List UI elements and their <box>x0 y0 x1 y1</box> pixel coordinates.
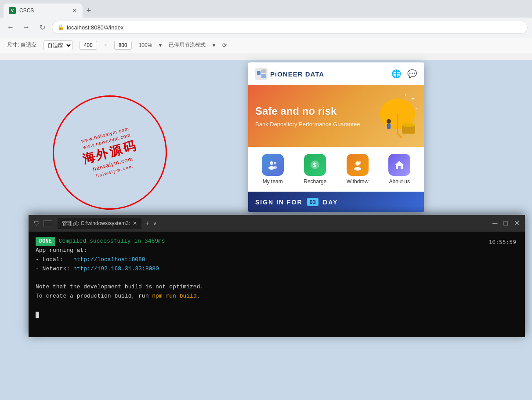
rotate-icon[interactable]: ⟳ <box>222 42 227 48</box>
address-bar[interactable]: 🔒 localhost:8080/#/index <box>52 21 528 34</box>
terminal-line-1: App running at: <box>36 246 518 255</box>
menu-item-withdraw[interactable]: Withdraw <box>347 154 369 185</box>
network-label: - Network: <box>36 265 70 272</box>
header-icons: 🌐 💬 <box>391 69 417 79</box>
back-button[interactable]: ← <box>4 21 17 33</box>
signin-day-text: DAY <box>323 199 338 206</box>
menu-item-myteam[interactable]: My team <box>262 154 284 185</box>
terminal-line-3: - Network: http://192.168.31.33:8080 <box>36 265 518 274</box>
svg-rect-13 <box>387 124 391 129</box>
svg-point-21 <box>354 167 361 171</box>
signin-prefix: SIGN IN FOR <box>255 199 303 206</box>
watermark-main-text: 海外源码 <box>80 137 139 168</box>
throttle-dropdown-arrow: ▾ <box>213 42 215 48</box>
local-url: http://localhost:8080 <box>73 256 145 263</box>
tab-title: CSCS <box>19 7 34 14</box>
aboutus-icon <box>388 154 410 176</box>
terminal-body: DONECompiled successfully in 3489ms 10:5… <box>29 232 525 337</box>
content-area: www.haiwaiym.com www.haiwaiym.com 海外源码 h… <box>0 60 532 400</box>
svg-rect-2 <box>261 69 266 73</box>
withdraw-icon-svg <box>352 159 363 171</box>
signin-days-badge: 03 <box>307 198 318 206</box>
logo-svg-icon <box>255 68 268 80</box>
svg-rect-24 <box>398 166 401 169</box>
terminal-note-2: To create a production build, run npm ru… <box>36 292 518 301</box>
tab-favicon: V <box>9 7 16 14</box>
svg-point-11 <box>402 123 415 127</box>
menu-item-aboutus[interactable]: About us <box>388 154 410 185</box>
app-banner: Safe and no risk Bank Depository Perform… <box>248 85 424 147</box>
zoom-label: 100% <box>139 42 152 48</box>
svg-text:✦: ✦ <box>415 107 417 110</box>
size-label: 尺寸: 自适应 <box>7 41 36 49</box>
browser-chrome: V CSCS ✕ + ← → ↻ 🔒 localhost:8080/#/inde… <box>0 0 532 37</box>
app-logo: PiONEER DATA <box>255 68 324 80</box>
svg-rect-1 <box>257 71 261 75</box>
myteam-icon <box>262 154 284 176</box>
aboutus-label: About us <box>389 178 410 185</box>
recharge-label: Recharge <box>304 178 326 185</box>
terminal-shield-icon: 🛡 <box>34 220 40 227</box>
svg-text:✦: ✦ <box>411 96 415 102</box>
banner-decoration: ✦ ✦ ✦ <box>362 90 420 142</box>
period: . <box>197 293 200 299</box>
svg-line-6 <box>398 134 402 138</box>
svg-point-12 <box>387 119 391 124</box>
svg-point-17 <box>273 166 277 169</box>
withdraw-icon <box>347 154 369 176</box>
svg-point-15 <box>274 162 276 164</box>
terminal-minimize-button[interactable]: ─ <box>492 220 497 227</box>
svg-point-14 <box>270 161 273 165</box>
terminal-tab-close-button[interactable]: ✕ <box>133 220 137 226</box>
message-icon[interactable]: 💬 <box>407 69 417 79</box>
tab-close-button[interactable]: ✕ <box>72 7 77 14</box>
dropdown-arrow: ▾ <box>159 42 162 48</box>
svg-text:✦: ✦ <box>404 93 407 97</box>
nav-bar: ← → ↻ 🔒 localhost:8080/#/index <box>0 18 532 37</box>
width-input[interactable] <box>80 41 97 50</box>
device-toolbar: 尺寸: 自适应 自适应 × 100% ▾ 已停用节流模式 ▾ ⟳ <box>0 37 532 53</box>
watermark-url: haiwaiym.com <box>92 155 134 172</box>
terminal-close-button[interactable]: ✕ <box>514 220 520 227</box>
recharge-icon: $ <box>304 154 326 176</box>
refresh-button[interactable]: ↻ <box>36 21 48 33</box>
globe-icon[interactable]: 🌐 <box>391 69 401 79</box>
terminal-maximize-button[interactable]: □ <box>503 220 508 227</box>
dollar-icon-svg: $ <box>309 159 321 171</box>
done-badge: DONE <box>36 237 55 246</box>
browser-tab[interactable]: V CSCS ✕ <box>4 4 83 18</box>
terminal-add-tab-button[interactable]: + <box>145 219 149 227</box>
svg-rect-3 <box>261 74 266 78</box>
size-select[interactable]: 自适应 <box>43 40 72 50</box>
signin-banner: SIGN IN FOR 03 DAY <box>248 192 424 212</box>
forward-button[interactable]: → <box>20 21 33 33</box>
terminal-note-1: Note that the development build is not o… <box>36 283 518 292</box>
new-tab-button[interactable]: + <box>83 4 95 17</box>
menu-item-recharge[interactable]: $ Recharge <box>304 154 326 185</box>
terminal-dropdown-button[interactable]: ∨ <box>153 220 157 226</box>
svg-point-22 <box>358 161 361 164</box>
app-header: PiONEER DATA 🌐 💬 <box>248 62 424 85</box>
myteam-label: My team <box>263 178 283 185</box>
address-text: localhost:8080/#/index <box>67 24 123 31</box>
tab-bar: V CSCS ✕ + <box>0 0 532 18</box>
watermark-stamp: www.haiwaiym.com www.haiwaiym.com 海外源码 h… <box>40 83 180 222</box>
terminal-line-2: - Local: http://localhost:8080 <box>36 255 518 265</box>
team-icon-svg <box>267 159 279 171</box>
watermark-sub: haiwaiym.com <box>96 164 134 178</box>
terminal-cursor <box>36 312 39 318</box>
watermark-text-mid: www.haiwaiym.com <box>82 132 131 150</box>
terminal-window: 🛡 管理员: C:\windows\system3: ✕ + ∨ ─ □ ✕ D… <box>29 215 525 337</box>
ruler-bar <box>0 53 532 60</box>
network-url: http://192.168.31.33:8080 <box>73 265 159 272</box>
terminal-tab[interactable]: 管理员: C:\windows\system3: ✕ <box>58 218 141 229</box>
height-input[interactable] <box>114 41 132 50</box>
lock-icon: 🔒 <box>58 24 64 30</box>
svg-text:$: $ <box>313 161 316 168</box>
terminal-controls: ─ □ ✕ <box>492 220 520 227</box>
compile-text: Compiled successfully in 3489ms <box>59 238 165 244</box>
throttle-mode: 已停用节流模式 <box>169 41 206 49</box>
withdraw-label: Withdraw <box>347 178 369 185</box>
mobile-app-preview: PiONEER DATA 🌐 💬 Safe and no risk Bank D… <box>248 62 424 212</box>
local-label: - Local: <box>36 256 63 263</box>
